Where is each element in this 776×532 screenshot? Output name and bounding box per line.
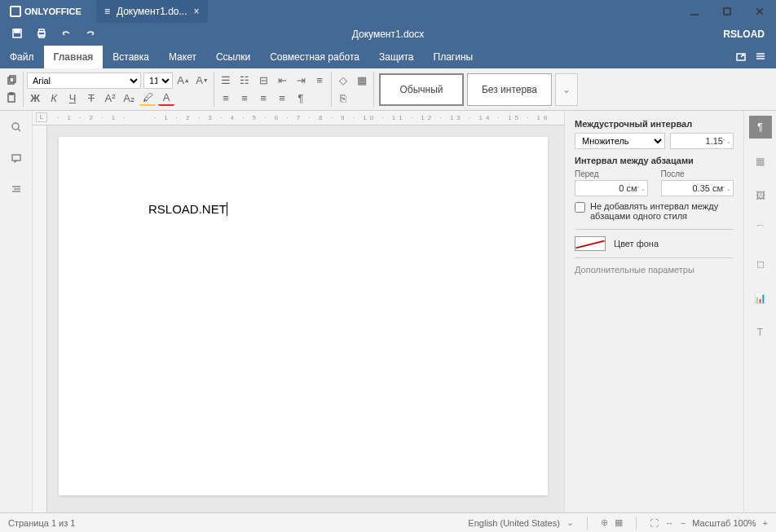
styles-expand-button[interactable]: ⌄ — [555, 73, 578, 106]
zoom-out-icon[interactable]: − — [681, 518, 686, 528]
decrease-font-button[interactable]: A▼ — [194, 73, 210, 89]
decrease-indent-button[interactable]: ⇤ — [274, 73, 290, 89]
bg-color-swatch[interactable] — [575, 236, 606, 251]
document-scroll[interactable]: RSLOAD.NET — [47, 125, 564, 512]
font-name-select[interactable]: Arial — [27, 73, 141, 89]
menu-insert[interactable]: Вставка — [103, 46, 159, 68]
user-name[interactable]: RSLOAD — [723, 29, 765, 40]
header-settings-icon[interactable]: ⎴ — [749, 218, 772, 241]
language-selector[interactable]: English (United States) — [468, 518, 560, 528]
minimize-button[interactable] — [678, 0, 711, 23]
copy-style-button[interactable]: ⎘ — [335, 90, 351, 106]
underline-button[interactable]: Ч — [64, 90, 81, 106]
page-indicator[interactable]: Страница 1 из 1 — [8, 518, 75, 528]
same-style-label: Не добавлять интервал между абзацами одн… — [590, 201, 734, 221]
spacing-before[interactable]: 0 см — [575, 180, 648, 196]
document-title: Документ1.docx — [352, 29, 425, 40]
comments-icon[interactable] — [7, 148, 26, 168]
open-file-icon[interactable] — [735, 51, 747, 64]
close-button[interactable] — [743, 0, 776, 23]
chart-settings-icon[interactable]: 📊 — [749, 287, 772, 310]
menu-layout[interactable]: Макет — [159, 46, 206, 68]
highlight-button[interactable]: 🖊 — [139, 90, 156, 106]
style-normal[interactable]: Обычный — [379, 73, 464, 106]
zoom-level[interactable]: Масштаб 100% — [692, 518, 756, 528]
svg-rect-13 — [8, 77, 14, 84]
doc-icon: ≡ — [104, 6, 110, 17]
ruler-vertical[interactable] — [33, 125, 47, 512]
svg-rect-7 — [39, 29, 44, 32]
shading-button[interactable]: ▦ — [354, 73, 370, 89]
spacing-after[interactable]: 0.35 см — [661, 180, 734, 196]
tab-label: Документ1.do... — [117, 6, 187, 17]
align-left-button[interactable]: ≡ — [218, 90, 234, 106]
title-bar: ONLYOFFICE ≡ Документ1.do... × — [0, 0, 776, 23]
zoom-in-icon[interactable]: + — [763, 518, 768, 528]
menu-references[interactable]: Ссылки — [206, 46, 260, 68]
ruler-horizontal[interactable]: L · 1 · 2 · 1 · · 1 · 2 · 3 · 4 · 5 · 6 … — [33, 111, 564, 125]
copy-button[interactable] — [3, 73, 20, 89]
document-tab[interactable]: ≡ Документ1.do... × — [96, 0, 208, 23]
clear-format-button[interactable]: ◇ — [335, 73, 351, 89]
spellcheck-icon[interactable]: ⊕ — [601, 517, 608, 528]
toolbar: Arial 11 A▲ A▼ Ж К Ч Т A² A₂ 🖊 A ☰ ☷ ⊟ ⇤… — [0, 68, 776, 111]
menu-file[interactable]: Файл — [0, 46, 44, 68]
align-justify-button[interactable]: ≡ — [274, 90, 290, 106]
font-size-select[interactable]: 11 — [143, 73, 173, 89]
window-controls — [678, 0, 776, 23]
bold-button[interactable]: Ж — [27, 90, 43, 106]
lang-dropdown-icon[interactable]: ⌄ — [567, 517, 574, 528]
menu-plugins[interactable]: Плагины — [424, 46, 483, 68]
font-color-button[interactable]: A — [158, 90, 174, 106]
increase-indent-button[interactable]: ⇥ — [293, 73, 309, 89]
paragraph-settings-icon[interactable]: ¶ — [749, 116, 772, 138]
paste-button[interactable] — [3, 90, 20, 106]
undo-button[interactable] — [60, 28, 72, 42]
align-right-button[interactable]: ≡ — [255, 90, 271, 106]
fit-width-icon[interactable]: ↔ — [665, 518, 674, 528]
shape-settings-icon[interactable]: ◻ — [749, 253, 772, 275]
line-spacing-type[interactable]: Множитель — [575, 133, 665, 149]
app-logo: ONLYOFFICE — [0, 6, 91, 17]
status-bar: Страница 1 из 1 English (United States) … — [0, 512, 776, 532]
page[interactable]: RSLOAD.NET — [59, 137, 548, 495]
textart-settings-icon[interactable]: T — [749, 321, 772, 344]
workspace: L · 1 · 2 · 1 · · 1 · 2 · 3 · 4 · 5 · 6 … — [0, 111, 776, 512]
svg-rect-16 — [10, 93, 13, 95]
headings-icon[interactable] — [7, 179, 26, 199]
multilevel-button[interactable]: ⊟ — [255, 73, 271, 89]
tracking-icon[interactable]: ▦ — [615, 517, 623, 528]
save-button[interactable] — [11, 28, 23, 42]
menu-protect[interactable]: Защита — [369, 46, 424, 68]
align-center-button[interactable]: ≡ — [236, 90, 253, 106]
more-settings-link[interactable]: Дополнительные параметры — [575, 265, 734, 275]
superscript-button[interactable]: A² — [102, 90, 118, 106]
same-style-checkbox-row[interactable]: Не добавлять интервал между абзацами одн… — [575, 201, 734, 221]
strike-button[interactable]: Т — [83, 90, 99, 106]
menu-home[interactable]: Главная — [44, 46, 104, 68]
increase-font-button[interactable]: A▲ — [175, 73, 192, 89]
bullets-button[interactable]: ☰ — [218, 73, 234, 89]
subscript-button[interactable]: A₂ — [121, 90, 137, 106]
line-spacing-button[interactable]: ≡ — [311, 73, 328, 89]
document-text: RSLOAD.NET — [148, 202, 227, 216]
same-style-checkbox[interactable] — [575, 202, 585, 213]
search-icon[interactable] — [7, 117, 26, 137]
fit-page-icon[interactable]: ⛶ — [650, 518, 659, 528]
header-bar: Документ1.docx RSLOAD — [0, 23, 776, 46]
print-button[interactable] — [36, 28, 47, 42]
style-nospacing[interactable]: Без интерва — [467, 73, 552, 106]
maximize-button[interactable] — [711, 0, 743, 23]
table-settings-icon[interactable]: ▦ — [749, 150, 772, 173]
hamburger-icon[interactable] — [755, 51, 766, 64]
numbering-button[interactable]: ☷ — [236, 73, 253, 89]
line-spacing-value[interactable]: 1.15 — [670, 133, 734, 149]
italic-button[interactable]: К — [46, 90, 62, 106]
close-tab-icon[interactable]: × — [194, 6, 200, 17]
menu-collaboration[interactable]: Совместная работа — [260, 46, 369, 68]
redo-button[interactable] — [85, 28, 96, 42]
image-settings-icon[interactable]: 🖼 — [749, 184, 772, 207]
svg-rect-5 — [15, 29, 20, 33]
nonprinting-button[interactable]: ¶ — [293, 90, 309, 106]
bg-color-label: Цвет фона — [614, 239, 659, 248]
